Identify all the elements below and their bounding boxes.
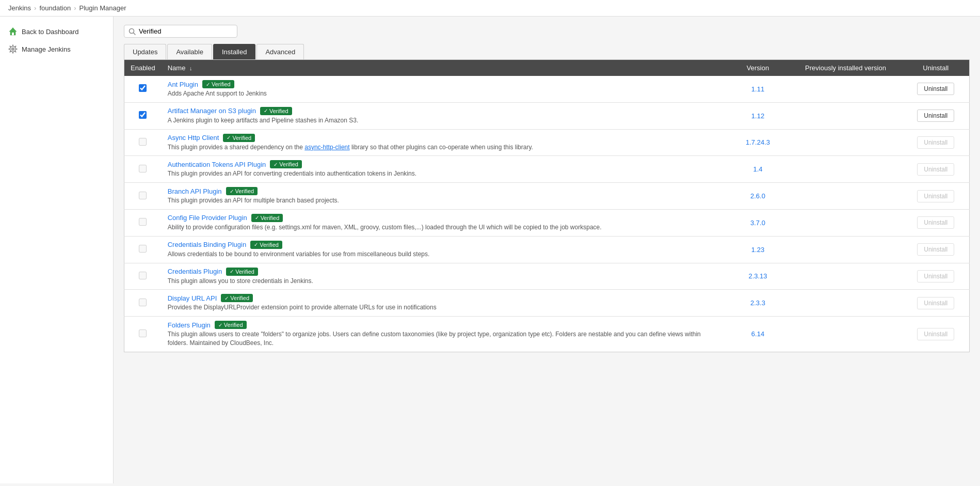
cell-uninstall-display-url-api[interactable]: Uninstall — [903, 290, 970, 317]
cell-prev-version-folders-plugin — [789, 317, 903, 352]
plugin-name-link-ant-plugin[interactable]: Ant Plugin — [168, 81, 198, 88]
uninstall-button-folders-plugin[interactable]: Uninstall — [917, 328, 954, 340]
plugin-checkbox-branch-api[interactable] — [139, 192, 147, 199]
cell-name: Artifact Manager on S3 plugin✓ VerifiedA… — [162, 102, 727, 129]
svg-rect-1 — [12, 33, 14, 35]
uninstall-button-display-url-api[interactable]: Uninstall — [917, 297, 954, 309]
cell-enabled[interactable] — [124, 183, 162, 210]
cell-name: Credentials Binding Plugin✓ VerifiedAllo… — [162, 236, 727, 263]
plugin-checkbox-credentials-binding[interactable] — [139, 245, 147, 253]
gear-icon — [8, 44, 18, 54]
plugin-description-ant-plugin: Adds Apache Ant support to Jenkins — [168, 89, 721, 98]
plugin-checkbox-credentials[interactable] — [139, 272, 147, 279]
cell-enabled[interactable] — [124, 129, 162, 156]
plugin-name-link-folders-plugin[interactable]: Folders Plugin — [168, 321, 211, 329]
uninstall-button-artifact-manager-s3[interactable]: Uninstall — [917, 109, 954, 122]
breadcrumb-foundation[interactable]: foundation — [39, 4, 71, 12]
svg-marker-2 — [11, 27, 14, 29]
uninstall-button-credentials-binding[interactable]: Uninstall — [917, 243, 954, 256]
search-input[interactable] — [139, 27, 233, 35]
cell-prev-version-branch-api — [789, 183, 903, 210]
table-row: Branch API Plugin✓ VerifiedThis plugin p… — [124, 183, 970, 210]
plugin-name-link-artifact-manager-s3[interactable]: Artifact Manager on S3 plugin — [168, 107, 256, 115]
plugin-name-row: Artifact Manager on S3 plugin✓ Verified — [168, 107, 721, 115]
plugin-name-link-display-url-api[interactable]: Display URL API — [168, 294, 217, 302]
plugin-checkbox-display-url-api[interactable] — [139, 299, 147, 306]
plugin-name-link-branch-api[interactable]: Branch API Plugin — [168, 187, 222, 195]
cell-prev-version-async-http-client — [789, 129, 903, 156]
cell-enabled[interactable] — [124, 76, 162, 102]
search-wrapper — [124, 25, 237, 38]
tab-advanced[interactable]: Advanced — [256, 44, 304, 59]
tab-updates[interactable]: Updates — [124, 44, 166, 59]
uninstall-button-async-http-client[interactable]: Uninstall — [917, 136, 954, 149]
cell-uninstall-authentication-tokens-api[interactable]: Uninstall — [903, 156, 970, 183]
plugin-name-link-config-file-provider[interactable]: Config File Provider Plugin — [168, 214, 247, 222]
cell-uninstall-credentials[interactable]: Uninstall — [903, 263, 970, 290]
plugin-name-row: Credentials Binding Plugin✓ Verified — [168, 241, 721, 249]
cell-version-folders-plugin: 6.14 — [727, 317, 789, 352]
cell-enabled[interactable] — [124, 290, 162, 317]
verified-badge-async-http-client: ✓ Verified — [223, 134, 255, 142]
cell-enabled[interactable] — [124, 156, 162, 183]
plugin-name-link-credentials-binding[interactable]: Credentials Binding Plugin — [168, 241, 246, 248]
verified-badge-authentication-tokens-api: ✓ Verified — [270, 160, 302, 168]
cell-enabled[interactable] — [124, 263, 162, 290]
table-row: Authentication Tokens API Plugin✓ Verifi… — [124, 156, 970, 183]
cell-uninstall-branch-api[interactable]: Uninstall — [903, 183, 970, 210]
cell-name: Display URL API✓ VerifiedProvides the Di… — [162, 290, 727, 317]
uninstall-button-config-file-provider[interactable]: Uninstall — [917, 216, 954, 229]
plugin-checkbox-authentication-tokens-api[interactable] — [139, 165, 147, 173]
tab-available[interactable]: Available — [167, 44, 212, 59]
cell-prev-version-artifact-manager-s3 — [789, 102, 903, 129]
plugin-name-row: Display URL API✓ Verified — [168, 294, 721, 302]
uninstall-button-branch-api[interactable]: Uninstall — [917, 190, 954, 202]
cell-uninstall-credentials-binding[interactable]: Uninstall — [903, 236, 970, 263]
search-icon — [128, 28, 136, 35]
plugin-description-config-file-provider: Ability to provide configuration files (… — [168, 223, 721, 232]
verified-badge-ant-plugin: ✓ Verified — [202, 80, 234, 88]
cell-enabled[interactable] — [124, 209, 162, 236]
cell-name: Async Http Client✓ VerifiedThis plugin p… — [162, 129, 727, 156]
cell-uninstall-config-file-provider[interactable]: Uninstall — [903, 209, 970, 236]
breadcrumb-jenkins[interactable]: Jenkins — [8, 4, 31, 12]
cell-uninstall-folders-plugin[interactable]: Uninstall — [903, 317, 970, 352]
verified-badge-credentials-binding: ✓ Verified — [250, 241, 282, 249]
plugin-checkbox-folders-plugin[interactable] — [139, 330, 147, 337]
cell-name: Authentication Tokens API Plugin✓ Verifi… — [162, 156, 727, 183]
cell-uninstall-ant-plugin[interactable]: Uninstall — [903, 76, 970, 102]
col-header-name[interactable]: Name ↓ — [162, 60, 727, 76]
plugin-name-row: Config File Provider Plugin✓ Verified — [168, 214, 721, 222]
tab-installed[interactable]: Installed — [213, 44, 255, 59]
cell-version-credentials: 2.3.13 — [727, 263, 789, 290]
cell-enabled[interactable] — [124, 102, 162, 129]
plugin-checkbox-config-file-provider[interactable] — [139, 218, 147, 226]
plugin-checkbox-ant-plugin[interactable] — [139, 84, 147, 92]
plugin-checkbox-artifact-manager-s3[interactable] — [139, 111, 147, 119]
uninstall-button-ant-plugin[interactable]: Uninstall — [917, 83, 954, 95]
plugin-table: Enabled Name ↓ Version Previously instal… — [124, 59, 970, 352]
home-icon — [8, 27, 18, 36]
cell-uninstall-async-http-client[interactable]: Uninstall — [903, 129, 970, 156]
plugin-checkbox-async-http-client[interactable] — [139, 138, 147, 146]
table-row: Config File Provider Plugin✓ VerifiedAbi… — [124, 209, 970, 236]
cell-uninstall-artifact-manager-s3[interactable]: Uninstall — [903, 102, 970, 129]
cell-enabled[interactable] — [124, 236, 162, 263]
cell-enabled[interactable] — [124, 317, 162, 352]
uninstall-button-credentials[interactable]: Uninstall — [917, 270, 954, 283]
breadcrumb-sep-2: › — [74, 4, 76, 12]
plugin-name-link-async-http-client[interactable]: Async Http Client — [168, 134, 219, 142]
sidebar-item-back-to-dashboard[interactable]: Back to Dashboard — [0, 23, 113, 40]
verified-check-icon: ✓ — [255, 215, 259, 221]
verified-check-icon: ✓ — [218, 322, 222, 328]
cell-version-display-url-api: 2.3.3 — [727, 290, 789, 317]
sidebar-item-manage-jenkins[interactable]: Manage Jenkins — [0, 40, 113, 58]
plugin-name-link-credentials[interactable]: Credentials Plugin — [168, 268, 222, 275]
cell-version-artifact-manager-s3: 1.12 — [727, 102, 789, 129]
cell-prev-version-authentication-tokens-api — [789, 156, 903, 183]
cell-prev-version-credentials-binding — [789, 236, 903, 263]
breadcrumb-bar: Jenkins › foundation › Plugin Manager — [0, 0, 980, 17]
plugin-name-link-authentication-tokens-api[interactable]: Authentication Tokens API Plugin — [168, 161, 266, 168]
uninstall-button-authentication-tokens-api[interactable]: Uninstall — [917, 163, 954, 176]
plugin-desc-link-async-http-client[interactable]: async-http-client — [304, 144, 349, 151]
